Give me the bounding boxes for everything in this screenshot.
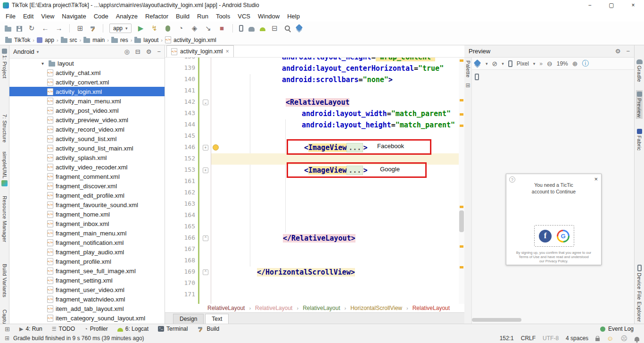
save-all-icon[interactable]: [17, 26, 22, 32]
gradle-sync-icon[interactable]: [248, 27, 255, 32]
tree-item-activity-convert-xml[interactable]: activity_convert.xml: [9, 77, 165, 87]
code-line-139[interactable]: android:layout_centerHorizontal="true": [211, 63, 459, 74]
tree-item-fragment-notification-xml[interactable]: fragment_notification.xml: [9, 238, 165, 247]
tab-close-icon[interactable]: ×: [226, 48, 229, 55]
fold-marker[interactable]: +: [203, 145, 208, 151]
grid-icon[interactable]: ⊞: [465, 82, 470, 89]
tree-folder-layout[interactable]: ▾layout: [9, 59, 165, 68]
code-line-144[interactable]: android:layout_height="match_parent": [211, 119, 459, 131]
tool-button-terminal[interactable]: Terminal: [158, 326, 188, 333]
design-surface-icon[interactable]: [474, 59, 481, 67]
tool-stripe-gradle[interactable]: Gradle: [636, 57, 643, 84]
breadcrumb-tiktok[interactable]: TikTok: [4, 37, 32, 43]
close-button[interactable]: ×: [622, 0, 644, 10]
menu-help[interactable]: Help: [283, 12, 304, 21]
fold-marker[interactable]: ⌄: [203, 100, 208, 105]
code-line-169[interactable]: </HorizontalScrollView>: [211, 267, 459, 278]
happy-feedback-icon[interactable]: ☺: [607, 335, 613, 342]
chevron-down-icon[interactable]: ▾: [533, 61, 536, 66]
tree-item-fragment-edit-profile-xml[interactable]: fragment_edit_profile.xml: [9, 191, 165, 200]
tree-item-activity-preview-video-xml[interactable]: activity_preview_video.xml: [9, 115, 165, 125]
tree-item-activity-post-video-xml[interactable]: activity_post_video.xml: [9, 106, 165, 115]
chevron-down-icon[interactable]: ▾: [502, 61, 504, 66]
intention-bulb-icon[interactable]: [213, 144, 219, 151]
menu-refactor[interactable]: Refactor: [141, 12, 172, 21]
fold-marker[interactable]: ⌃: [203, 269, 208, 275]
breadcrumb-layout[interactable]: layout: [133, 37, 160, 43]
code-text[interactable]: android:layout_height="wrap_content"andr…: [211, 58, 459, 304]
tree-expand-arrow[interactable]: ▾: [41, 61, 46, 66]
toolwindow-switcher-icon[interactable]: ⊞: [5, 326, 10, 333]
tree-item-activity-chat-xml[interactable]: activity_chat.xml: [9, 68, 165, 77]
orientation-icon[interactable]: ⊘: [492, 60, 498, 67]
breadcrumb-main[interactable]: main: [82, 37, 106, 43]
tool-button-4-run[interactable]: ▶4: Run: [19, 326, 42, 333]
editor-scrollbar[interactable]: [459, 58, 464, 304]
code-line-168[interactable]: [211, 255, 459, 267]
apply-changes-icon[interactable]: ↯: [150, 24, 159, 33]
search-icon[interactable]: [284, 25, 291, 32]
mode-tab-design[interactable]: Design: [173, 314, 204, 324]
breadcrumb-res[interactable]: res: [110, 37, 130, 43]
tool-button-todo[interactable]: ☰TODO: [52, 326, 75, 333]
tool-stripe-fabric[interactable]: Fabric: [636, 127, 643, 152]
xml-breadcrumb-0[interactable]: RelativeLayout: [207, 305, 245, 311]
tree-item-fragment-comment-xml[interactable]: fragment_comment.xml: [9, 172, 165, 181]
menu-vcs[interactable]: VCS: [234, 12, 254, 21]
code-line-145[interactable]: [211, 131, 459, 142]
caret-position[interactable]: 152:1: [500, 335, 514, 342]
open-icon[interactable]: [5, 27, 11, 32]
scrollbar-thumb[interactable]: [459, 210, 464, 232]
tree-item-fragment-setting-xml[interactable]: fragment_setting.xml: [9, 276, 165, 285]
tool-button-6-logcat[interactable]: 6: Logcat: [117, 326, 149, 333]
editor-tab-activity-login[interactable]: activity_login.xml ×: [166, 45, 234, 57]
back-icon[interactable]: ←: [41, 24, 50, 33]
palette-tab[interactable]: Palette: [465, 60, 471, 77]
tool-stripe-preview[interactable]: Preview: [636, 90, 643, 119]
menu-navigate[interactable]: Navigate: [58, 12, 90, 21]
tree-item-fragment-see-full-image-xml[interactable]: fragment_see_full_image.xml: [9, 266, 165, 276]
run-icon[interactable]: ▶: [137, 24, 145, 33]
menu-tools[interactable]: Tools: [212, 12, 234, 21]
profiler-icon[interactable]: ◔: [177, 24, 185, 33]
zoom-out-icon[interactable]: ⊖: [547, 60, 553, 67]
code-area[interactable]: 138139140141142⌄143144145146+152153+1611…: [165, 58, 464, 304]
coverage-icon[interactable]: ◈: [190, 24, 199, 33]
tool-stripe-7-structure[interactable]: 7: Structure: [1, 113, 8, 144]
attach-debugger-icon[interactable]: ↘: [204, 24, 213, 33]
menu-code[interactable]: Code: [90, 12, 112, 21]
tree-item-activity-record-video-xml[interactable]: activity_record_video.xml: [9, 125, 165, 134]
sdk-manager-icon[interactable]: [260, 27, 265, 31]
device-select[interactable]: Pixel: [517, 60, 529, 67]
tree-item-fragment-favourite-sound-xml[interactable]: fragment_favourite_sound.xml: [9, 200, 165, 209]
zoom-in-icon[interactable]: ⊕: [572, 60, 578, 67]
breadcrumb-activity-login-xml[interactable]: activity_login.xml: [164, 36, 218, 43]
tree-item-activity-login-xml[interactable]: activity_login.xml: [9, 87, 165, 96]
layout-editor-icon[interactable]: ⊞: [76, 24, 84, 33]
event-log-button[interactable]: Event Log: [600, 326, 639, 332]
stop-icon[interactable]: ■: [218, 24, 226, 33]
code-line-138[interactable]: android:layout_height="wrap_content": [211, 58, 459, 63]
forward-icon[interactable]: →: [55, 24, 63, 33]
avd-manager-icon[interactable]: [239, 25, 243, 32]
preview-canvas[interactable]: ? × You need a TicTic account to Continu…: [472, 70, 634, 324]
code-line-164[interactable]: [211, 210, 459, 221]
tool-stripe-simpleuml[interactable]: simpleUML: [1, 150, 8, 188]
fold-marker[interactable]: ⌃: [203, 235, 208, 241]
indentation[interactable]: 4 spaces: [566, 335, 588, 342]
code-line-152[interactable]: [211, 153, 459, 165]
chevron-down-icon[interactable]: ▾: [486, 61, 488, 66]
code-line-153[interactable]: <ImageView...>: [211, 165, 459, 176]
tree-item-activity-sound-list-main-xml[interactable]: activity_sound_list_main.xml: [9, 143, 165, 153]
collapse-all-icon[interactable]: ⊟: [135, 48, 140, 55]
code-line-167[interactable]: [211, 244, 459, 255]
tool-stripe-device-file-explorer[interactable]: Device File Explorer: [636, 263, 643, 323]
menu-run[interactable]: Run: [193, 12, 212, 21]
tree-item-fragment-profile-xml[interactable]: fragment_profile.xml: [9, 257, 165, 266]
preview-gear-icon[interactable]: ⚙: [615, 48, 621, 55]
fold-marker[interactable]: +: [203, 167, 208, 173]
debug-icon[interactable]: [165, 25, 170, 32]
code-line-163[interactable]: [211, 199, 459, 210]
layout-captures-icon[interactable]: ⊟: [271, 24, 279, 33]
read-only-lock-icon[interactable]: [595, 338, 600, 341]
